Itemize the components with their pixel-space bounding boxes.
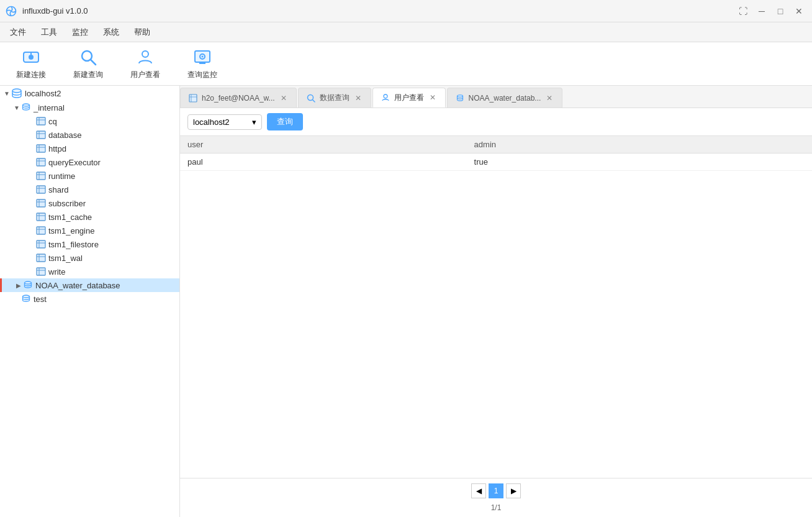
table-icon-tsm1wal	[36, 253, 46, 263]
query-bar: localhost2 ▾ 查询	[180, 108, 812, 136]
svg-line-56	[312, 99, 315, 102]
table-label-cq: cq	[48, 117, 57, 126]
table-label-tsm1filestore: tsm1_filestore	[48, 240, 99, 249]
svg-point-51	[23, 295, 30, 298]
sidebar-root-localhost2[interactable]: ▼ localhost2	[0, 86, 179, 101]
tabs-bar: h2o_feet@NOAA_w... ✕ 数据查询 ✕ 用户查看 ✕	[180, 86, 812, 108]
sidebar-table-tsm1filestore[interactable]: tsm1_filestore	[0, 237, 179, 251]
fullscreen-button[interactable]: ⛶	[735, 3, 751, 19]
svg-rect-52	[189, 94, 197, 102]
svg-rect-23	[37, 158, 45, 166]
maximize-button[interactable]: □	[772, 3, 788, 19]
minimize-button[interactable]: ─	[754, 3, 770, 19]
close-button[interactable]: ✕	[791, 3, 807, 19]
pagination-prev-button[interactable]: ◀	[471, 483, 486, 498]
new-connection-icon	[21, 47, 41, 67]
noaa-arrow-icon: ▶	[14, 282, 23, 289]
sidebar-table-database[interactable]: database	[0, 128, 179, 142]
sidebar-table-httpd[interactable]: httpd	[0, 142, 179, 155]
table-icon-tsm1cache	[36, 212, 46, 222]
cell-admin: true	[467, 153, 812, 171]
table-icon-httpd	[36, 144, 46, 153]
user-view-button[interactable]: 用户查看	[124, 43, 166, 84]
menu-tools[interactable]: 工具	[34, 24, 65, 40]
query-monitor-icon	[192, 47, 212, 67]
internal-db-icon	[21, 103, 31, 112]
menu-monitor[interactable]: 监控	[65, 24, 96, 40]
table-icon-database	[36, 130, 46, 140]
sidebar-table-queryexecutor[interactable]: queryExecutor	[0, 155, 179, 169]
table-icon-subscriber	[36, 198, 46, 208]
sidebar-table-write[interactable]: write	[0, 265, 179, 278]
svg-rect-20	[37, 145, 45, 152]
root-label: localhost2	[25, 89, 61, 98]
svg-rect-38	[37, 227, 45, 234]
sidebar-db-internal[interactable]: ▼ _internal	[0, 101, 179, 114]
svg-point-2	[29, 55, 34, 60]
svg-point-57	[384, 94, 387, 98]
window-controls: ⛶ ─ □ ✕	[735, 3, 807, 19]
svg-point-50	[25, 281, 32, 284]
tab-userview-label: 用户查看	[394, 93, 424, 103]
tab-userview[interactable]: 用户查看 ✕	[372, 88, 446, 108]
tab-noaadb-close[interactable]: ✕	[544, 93, 554, 103]
new-query-button[interactable]: 新建查询	[67, 43, 109, 84]
cell-user: paul	[180, 153, 467, 171]
main-area: ▼ localhost2 ▼ _internal	[0, 86, 812, 517]
svg-rect-17	[37, 131, 45, 139]
sidebar-table-tsm1engine[interactable]: tsm1_engine	[0, 224, 179, 237]
sidebar-table-subscriber[interactable]: subscriber	[0, 196, 179, 210]
tab-dataquery-close[interactable]: ✕	[353, 93, 363, 103]
tab-dataquery[interactable]: 数据查询 ✕	[298, 88, 371, 108]
table-label-runtime: runtime	[48, 172, 75, 181]
server-selector-arrow: ▾	[252, 117, 256, 127]
app-logo-icon	[5, 5, 17, 17]
pagination-info: 1/1	[491, 503, 502, 512]
col-header-admin: admin	[467, 136, 812, 153]
svg-rect-44	[37, 254, 45, 262]
table-icon-cq	[36, 116, 46, 126]
svg-rect-47	[37, 268, 45, 275]
tab-noaadb[interactable]: NOAA_water_datab... ✕	[447, 88, 563, 108]
sidebar-table-cq[interactable]: cq	[0, 114, 179, 128]
pagination-controls: ◀ 1 ▶	[471, 483, 521, 498]
titlebar-left: influxdb-gui v1.0.0	[5, 5, 88, 17]
table-label-tsm1wal: tsm1_wal	[48, 254, 83, 263]
svg-point-58	[457, 94, 462, 96]
menu-help[interactable]: 帮助	[127, 24, 158, 40]
sidebar-table-tsm1wal[interactable]: tsm1_wal	[0, 251, 179, 265]
new-connection-button[interactable]: 新建连接	[10, 43, 52, 84]
user-view-label: 用户查看	[130, 70, 160, 80]
pagination-next-button[interactable]: ▶	[506, 483, 521, 498]
content-area: h2o_feet@NOAA_w... ✕ 数据查询 ✕ 用户查看 ✕	[180, 86, 812, 517]
sidebar: ▼ localhost2 ▼ _internal	[0, 86, 180, 517]
menu-system[interactable]: 系统	[96, 24, 127, 40]
svg-rect-26	[37, 172, 45, 180]
query-monitor-button[interactable]: 查询监控	[181, 43, 223, 84]
test-db-label: test	[34, 295, 47, 304]
internal-tables-group: cq database httpd queryExecutor	[0, 114, 179, 278]
tab-h2o-close[interactable]: ✕	[279, 93, 289, 103]
pagination-page1-button[interactable]: 1	[489, 483, 503, 498]
titlebar: influxdb-gui v1.0.0 ⛶ ─ □ ✕	[0, 0, 812, 22]
menu-file[interactable]: 文件	[2, 24, 34, 40]
sidebar-db-noaa[interactable]: ▶ NOAA_water_database	[0, 278, 179, 292]
sidebar-table-runtime[interactable]: runtime	[0, 169, 179, 183]
tab-dataquery-label: 数据查询	[320, 93, 350, 103]
sidebar-db-test[interactable]: test	[0, 292, 179, 306]
tab-userview-icon	[381, 93, 390, 103]
tab-userview-close[interactable]: ✕	[428, 93, 438, 103]
server-selector[interactable]: localhost2 ▾	[187, 114, 262, 130]
internal-db-label: _internal	[34, 103, 65, 112]
sidebar-table-shard[interactable]: shard	[0, 183, 179, 196]
svg-point-13	[23, 104, 30, 106]
svg-rect-41	[37, 240, 45, 248]
sidebar-table-tsm1cache[interactable]: tsm1_cache	[0, 210, 179, 224]
tab-h2o-label: h2o_feet@NOAA_w...	[202, 94, 275, 103]
col-header-user: user	[180, 136, 467, 153]
toolbar: 新建连接 新建查询 用户查看 查询	[0, 42, 812, 86]
query-execute-button[interactable]: 查询	[267, 113, 303, 130]
new-connection-label: 新建连接	[16, 70, 46, 80]
table-label-shard: shard	[48, 185, 69, 194]
tab-h2o[interactable]: h2o_feet@NOAA_w... ✕	[180, 88, 297, 108]
